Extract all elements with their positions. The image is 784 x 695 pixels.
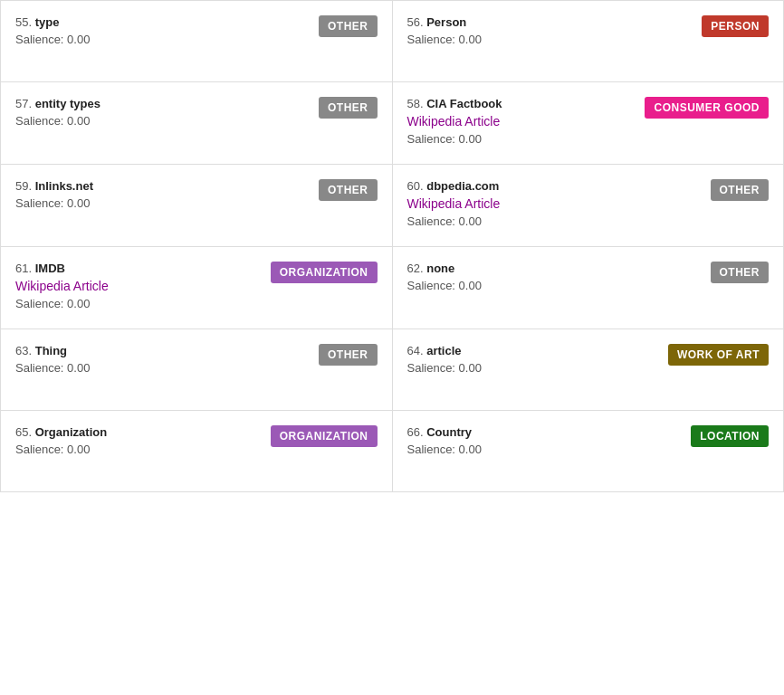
card-59: 59. Inlinks.netSalience: 0.00OTHER <box>1 165 393 247</box>
card-55: 55. typeSalience: 0.00OTHER <box>1 1 393 82</box>
cards-grid: 55. typeSalience: 0.00OTHER56. PersonSal… <box>0 0 784 492</box>
card-badge-59: OTHER <box>319 179 378 201</box>
card-badge-66: LOCATION <box>691 425 769 447</box>
card-61: 61. IMDBWikipedia ArticleSalience: 0.00O… <box>1 247 393 329</box>
card-badge-58: CONSUMER GOOD <box>645 97 769 119</box>
card-63: 63. ThingSalience: 0.00OTHER <box>1 329 393 411</box>
card-badge-55: OTHER <box>319 15 378 37</box>
card-58: 58. CIA FactbookWikipedia ArticleSalienc… <box>393 82 785 165</box>
card-64: 64. articleSalience: 0.00WORK OF ART <box>393 329 785 411</box>
card-badge-65: ORGANIZATION <box>271 425 378 447</box>
card-66: 66. CountrySalience: 0.00LOCATION <box>393 411 785 492</box>
card-badge-64: WORK OF ART <box>668 344 769 366</box>
card-badge-63: OTHER <box>319 344 378 366</box>
card-62: 62. noneSalience: 0.00OTHER <box>393 247 785 329</box>
card-56: 56. PersonSalience: 0.00PERSON <box>393 1 785 82</box>
card-badge-57: OTHER <box>319 97 378 119</box>
card-badge-61: ORGANIZATION <box>271 262 378 283</box>
card-badge-56: PERSON <box>702 15 769 37</box>
card-57: 57. entity typesSalience: 0.00OTHER <box>1 82 393 165</box>
card-salience-61: Salience: 0.00 <box>15 297 378 310</box>
card-salience-60: Salience: 0.00 <box>407 214 770 228</box>
card-badge-60: OTHER <box>711 179 770 201</box>
card-60: 60. dbpedia.comWikipedia ArticleSalience… <box>393 165 785 247</box>
card-salience-58: Salience: 0.00 <box>407 132 770 146</box>
card-badge-62: OTHER <box>711 262 770 283</box>
card-65: 65. OrganizationSalience: 0.00ORGANIZATI… <box>1 411 393 492</box>
